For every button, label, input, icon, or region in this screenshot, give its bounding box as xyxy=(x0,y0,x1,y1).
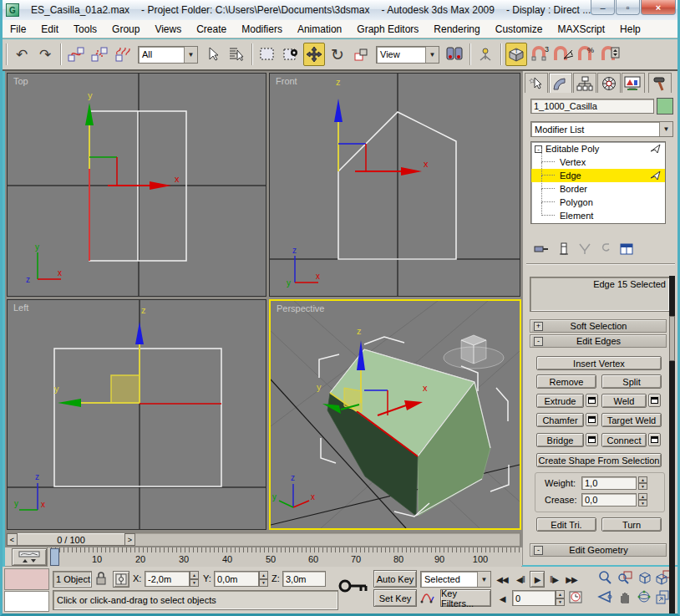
macro-recorder-pane[interactable] xyxy=(4,568,49,590)
auto-key-button[interactable]: Auto Key xyxy=(373,570,417,588)
time-slider-track[interactable]: < 0 / 100 > xyxy=(6,532,520,547)
tab-display[interactable] xyxy=(622,73,645,93)
selection-lock-toggle[interactable] xyxy=(95,571,109,588)
split-button[interactable]: Split xyxy=(601,374,662,389)
viewport-front-label[interactable]: Front xyxy=(276,76,297,86)
snaps-toggle-3d[interactable]: 3 xyxy=(529,43,551,66)
modifier-stack[interactable]: - Editable Poly Vertex Edge Border Polyg… xyxy=(530,141,666,224)
menu-help[interactable]: Help xyxy=(612,22,648,37)
rollout-soft-selection[interactable]: + Soft Selection xyxy=(530,319,667,333)
pan-button[interactable] xyxy=(617,589,634,606)
insert-vertex-button[interactable]: Insert Vertex xyxy=(536,356,662,370)
menu-graph-editors[interactable]: Graph Editors xyxy=(349,22,426,37)
tab-create[interactable] xyxy=(525,73,548,93)
zoom-button[interactable] xyxy=(597,570,614,587)
bridge-button[interactable]: Bridge xyxy=(536,433,584,447)
rectangular-selection-region-button[interactable] xyxy=(256,43,278,66)
absolute-offset-mode-toggle[interactable] xyxy=(113,571,129,588)
rollout-edit-geometry[interactable]: - Edit Geometry xyxy=(530,543,667,557)
select-and-manipulate-button[interactable] xyxy=(474,43,496,66)
close-button[interactable]: × xyxy=(641,0,676,15)
remove-modifier-icon[interactable] xyxy=(600,242,611,256)
rollout-edit-edges[interactable]: - Edit Edges xyxy=(530,334,667,348)
go-to-start-button[interactable]: ◀◀ xyxy=(495,572,510,587)
spinner-snap-toggle[interactable] xyxy=(599,43,621,66)
time-slider-prev-nub[interactable]: < xyxy=(7,533,18,546)
use-pivot-point-center-button[interactable] xyxy=(444,43,465,66)
menu-maxscript[interactable]: MAXScript xyxy=(550,22,612,37)
select-and-rotate-button[interactable]: ↻ xyxy=(327,43,348,66)
menu-rendering[interactable]: Rendering xyxy=(426,22,487,37)
viewport-left[interactable]: Left z y z y x xyxy=(7,299,266,530)
viewport-perspective-label[interactable]: Perspective xyxy=(277,303,324,313)
reference-coordinate-system-dropdown[interactable]: View ▼ xyxy=(376,46,439,64)
window-crossing-toggle[interactable] xyxy=(280,43,302,66)
show-end-result-icon[interactable] xyxy=(558,242,570,257)
current-frame-input[interactable] xyxy=(512,590,556,606)
crease-spinner[interactable]: ▲▼ xyxy=(638,493,647,507)
weight-spinner[interactable]: ▲▼ xyxy=(638,476,647,490)
maxscript-mini-listener[interactable] xyxy=(4,591,49,612)
bind-to-space-warp-icon[interactable] xyxy=(112,43,134,66)
connect-settings-button[interactable] xyxy=(648,433,661,446)
chamfer-button[interactable]: Chamfer xyxy=(536,413,584,427)
pin-stack-icon[interactable] xyxy=(533,242,550,256)
menu-edit[interactable]: Edit xyxy=(33,22,66,37)
chamfer-settings-button[interactable] xyxy=(586,413,598,426)
y-coordinate-input[interactable] xyxy=(214,571,259,587)
go-to-end-button[interactable]: ▶▶ xyxy=(564,572,579,587)
menu-views[interactable]: Views xyxy=(147,22,189,37)
menu-modifiers[interactable]: Modifiers xyxy=(234,22,290,37)
previous-frame-button[interactable]: ◀‖ xyxy=(514,572,527,587)
collapse-icon[interactable]: - xyxy=(534,546,543,555)
menu-file[interactable]: File xyxy=(3,22,33,37)
play-button[interactable]: ▶ xyxy=(530,571,545,588)
redo-button[interactable]: ↷ xyxy=(34,43,56,66)
dropdown-arrow-icon[interactable]: ▼ xyxy=(425,47,439,63)
current-frame-marker[interactable] xyxy=(50,548,59,566)
weld-button[interactable]: Weld xyxy=(601,394,647,408)
select-by-name-button[interactable] xyxy=(226,43,247,66)
viewport-perspective[interactable]: Perspective xyxy=(269,299,521,530)
edit-tri-button[interactable]: Edit Tri. xyxy=(536,517,596,532)
collapse-icon[interactable]: - xyxy=(534,337,543,346)
tab-utilities[interactable] xyxy=(648,73,672,93)
remove-button[interactable]: Remove xyxy=(536,374,596,389)
tab-motion[interactable] xyxy=(597,73,621,93)
key-filters-button[interactable]: Key Filters... xyxy=(440,589,491,607)
select-and-link-icon[interactable] xyxy=(65,43,87,66)
unlink-selection-icon[interactable] xyxy=(89,43,110,66)
configure-modifier-sets-icon[interactable] xyxy=(620,242,635,256)
key-step-button[interactable]: ◀ xyxy=(495,591,510,606)
menu-group[interactable]: Group xyxy=(104,22,147,37)
maximize-button[interactable]: ▫ xyxy=(616,0,640,15)
menu-customize[interactable]: Customize xyxy=(488,22,551,37)
time-configuration-button[interactable] xyxy=(569,590,586,607)
target-weld-button[interactable]: Target Weld xyxy=(601,413,662,427)
y-coordinate-spinner[interactable]: ▲▼ xyxy=(259,571,268,587)
connect-button[interactable]: Connect xyxy=(601,433,647,447)
set-key-button[interactable]: Set Key xyxy=(373,589,417,607)
frame-spinner[interactable]: ▲▼ xyxy=(556,590,565,606)
arc-rotate-button[interactable] xyxy=(637,589,653,606)
z-coordinate-input[interactable] xyxy=(282,571,326,587)
object-name-input[interactable] xyxy=(530,99,654,114)
modifier-list-dropdown[interactable]: Modifier List ▼ xyxy=(530,121,673,137)
viewport-left-label[interactable]: Left xyxy=(13,303,28,313)
dropdown-arrow-icon[interactable]: ▼ xyxy=(184,47,197,63)
weld-settings-button[interactable] xyxy=(648,394,661,407)
weight-input[interactable] xyxy=(581,476,637,490)
create-shape-from-selection-button[interactable]: Create Shape From Selection xyxy=(536,453,662,467)
menu-animation[interactable]: Animation xyxy=(290,22,349,37)
stack-row-element[interactable]: Element xyxy=(531,209,665,222)
selection-filter-dropdown[interactable]: All ▼ xyxy=(138,46,198,64)
x-coordinate-input[interactable] xyxy=(145,571,190,587)
field-of-view-button[interactable] xyxy=(597,589,614,606)
menu-create[interactable]: Create xyxy=(189,22,234,37)
track-bar-ruler[interactable]: 0 10 20 30 40 50 60 70 80 90 100 xyxy=(47,547,521,567)
x-coordinate-spinner[interactable]: ▲▼ xyxy=(190,571,199,587)
object-color-swatch[interactable] xyxy=(657,98,673,115)
tab-modify[interactable] xyxy=(549,73,572,93)
scrollbar-thumb[interactable] xyxy=(669,316,675,361)
time-slider-next-nub[interactable]: > xyxy=(124,533,135,546)
